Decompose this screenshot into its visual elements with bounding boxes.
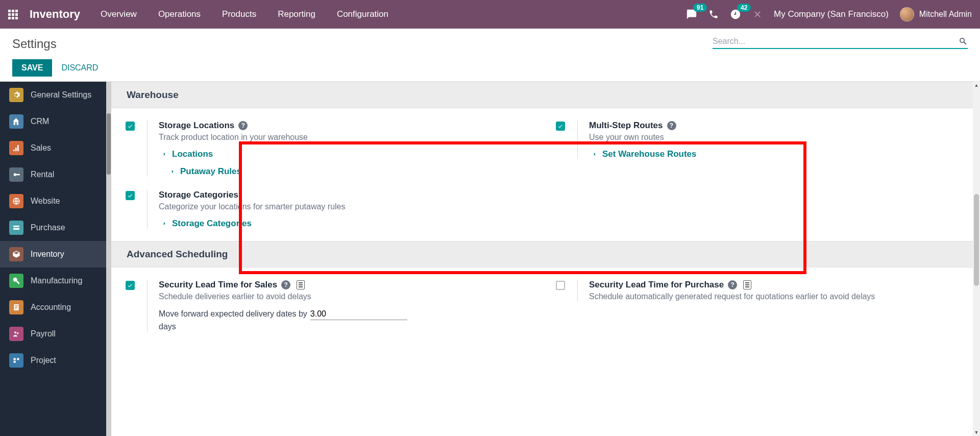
messages-button[interactable]: 91 <box>686 9 697 20</box>
arrow-right-icon <box>591 151 598 158</box>
nav-configuration[interactable]: Configuration <box>337 9 388 19</box>
setting-storage-categories: Storage Categories Categorize your locat… <box>126 190 535 229</box>
nav-reporting[interactable]: Reporting <box>278 9 315 19</box>
content-scrollbar[interactable]: ▲ ▼ <box>973 82 980 436</box>
handshake-icon <box>9 114 23 129</box>
check-icon <box>127 123 133 129</box>
link-set-warehouse-routes[interactable]: Set Warehouse Routes <box>589 149 966 159</box>
nav-links: Overview Operations Products Reporting C… <box>101 9 388 19</box>
phone-icon <box>708 9 719 19</box>
checkbox-storage-locations[interactable] <box>126 122 135 131</box>
globe-icon <box>9 194 23 208</box>
sales-lead-days-input[interactable] <box>310 308 407 320</box>
card-icon <box>9 221 23 235</box>
checkbox-sales-lead-time[interactable] <box>126 281 135 290</box>
checkbox-multistep-routes[interactable] <box>556 122 565 131</box>
sidebar-item-label: Project <box>31 356 56 365</box>
setting-title: Multi-Step Routes <box>589 120 663 131</box>
tasks-icon <box>9 353 23 368</box>
key-icon <box>9 167 23 182</box>
search-input[interactable] <box>713 37 959 46</box>
nav-products[interactable]: Products <box>222 9 256 19</box>
sidebar-item-label: Website <box>31 197 60 206</box>
sidebar-item-label: General Settings <box>31 90 91 100</box>
sidebar-item-purchase[interactable]: Purchase <box>0 214 111 241</box>
phone-button[interactable] <box>708 9 719 19</box>
setting-sales-lead-time: Security Lead Time for Sales? Schedule d… <box>126 280 535 331</box>
svg-rect-10 <box>17 358 19 360</box>
scroll-down-icon[interactable]: ▼ <box>973 429 980 436</box>
search-wrap <box>713 37 968 49</box>
discard-button[interactable]: DISCARD <box>61 63 98 72</box>
svg-rect-8 <box>14 358 16 360</box>
nav-operations[interactable]: Operations <box>158 9 201 19</box>
svg-rect-1 <box>16 174 20 176</box>
sidebar-item-rental[interactable]: Rental <box>0 161 111 188</box>
help-icon[interactable]: ? <box>728 280 737 289</box>
sidebar-item-project[interactable]: Project <box>0 347 111 374</box>
sidebar-item-label: Rental <box>31 170 54 179</box>
company-selector[interactable]: My Company (San Francisco) <box>774 9 889 19</box>
link-putaway-rules[interactable]: Putaway Rules <box>159 166 535 177</box>
link-locations[interactable]: Locations <box>159 149 535 159</box>
doc-icon[interactable] <box>743 280 751 289</box>
settings-sidebar: General Settings CRM Sales Rental Websit… <box>0 82 111 436</box>
user-menu[interactable]: Mitchell Admin <box>900 7 972 21</box>
scroll-up-icon[interactable]: ▲ <box>973 82 980 89</box>
avatar <box>900 7 914 21</box>
sidebar-item-accounting[interactable]: Accounting <box>0 294 111 321</box>
svg-rect-9 <box>14 361 16 363</box>
setting-multistep-routes: Multi-Step Routes? Use your own routes S… <box>556 120 966 159</box>
arrow-right-icon <box>169 168 176 175</box>
sidebar-item-label: Sales <box>31 143 51 153</box>
setting-desc: Track product location in your warehouse <box>159 133 535 142</box>
help-icon[interactable]: ? <box>281 280 290 289</box>
search-icon[interactable] <box>959 37 968 46</box>
settings-content: Warehouse Storage Locations? Track produ… <box>111 82 980 436</box>
sidebar-item-inventory[interactable]: Inventory <box>0 241 111 268</box>
breadcrumb: Settings <box>12 37 57 51</box>
sidebar-scrollbar[interactable] <box>106 82 111 436</box>
svg-point-0 <box>14 173 16 176</box>
apps-menu-icon[interactable] <box>8 8 20 20</box>
sidebar-item-sales[interactable]: Sales <box>0 135 111 161</box>
user-name: Mitchell Admin <box>919 10 972 19</box>
sidebar-item-website[interactable]: Website <box>0 188 111 214</box>
check-icon <box>557 123 564 129</box>
sidebar-item-label: Manufacturing <box>31 276 82 285</box>
check-icon <box>127 282 133 288</box>
help-icon[interactable]: ? <box>667 121 676 130</box>
section-warehouse-header: Warehouse <box>111 82 980 108</box>
chart-icon <box>9 141 23 155</box>
setting-title: Storage Categories <box>159 190 238 200</box>
inline-suffix: days <box>159 322 176 331</box>
sidebar-item-label: Inventory <box>31 250 64 259</box>
arrow-right-icon <box>161 151 168 158</box>
checkbox-storage-categories[interactable] <box>126 191 135 200</box>
app-brand[interactable]: Inventory <box>30 8 80 21</box>
setting-purchase-lead-time: Security Lead Time for Purchase? Schedul… <box>556 280 966 301</box>
messages-badge: 91 <box>693 4 707 12</box>
section-scheduling-header: Advanced Scheduling <box>111 241 980 268</box>
people-icon <box>9 327 23 341</box>
svg-point-7 <box>17 332 18 334</box>
debug-button[interactable] <box>752 9 763 19</box>
nav-overview[interactable]: Overview <box>101 9 137 19</box>
setting-desc: Schedule automatically generated request… <box>589 292 966 301</box>
inline-label: Move forward expected delivery dates by <box>159 309 307 319</box>
sidebar-item-manufacturing[interactable]: Manufacturing <box>0 268 111 294</box>
setting-storage-locations: Storage Locations? Track product locatio… <box>126 120 535 177</box>
sidebar-item-general[interactable]: General Settings <box>0 82 111 108</box>
link-storage-categories[interactable]: Storage Categories <box>159 219 535 229</box>
doc-icon[interactable] <box>297 280 305 289</box>
setting-desc: Use your own routes <box>589 133 966 142</box>
help-icon[interactable]: ? <box>238 121 248 130</box>
sidebar-item-payroll[interactable]: Payroll <box>0 321 111 347</box>
save-button[interactable]: SAVE <box>12 59 52 77</box>
gear-icon <box>9 88 23 102</box>
setting-title: Security Lead Time for Sales <box>159 280 277 290</box>
checkbox-purchase-lead-time[interactable] <box>556 281 565 290</box>
sidebar-item-label: Payroll <box>31 329 56 338</box>
activities-button[interactable]: 42 <box>730 9 741 20</box>
sidebar-item-crm[interactable]: CRM <box>0 108 111 135</box>
